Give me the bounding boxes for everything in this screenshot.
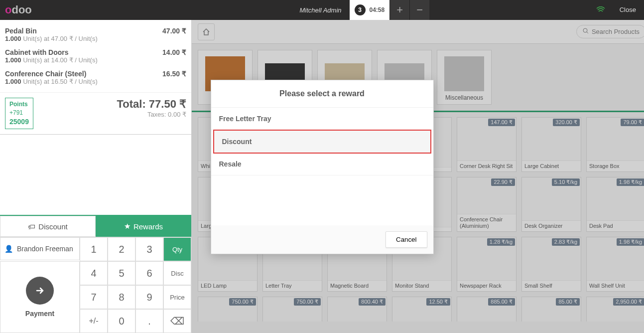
reward-option-free-letter-tray[interactable]: Free Letter Tray: [211, 108, 433, 130]
cancel-button[interactable]: Cancel: [386, 231, 427, 248]
reward-option-resale[interactable]: Resale: [211, 153, 433, 175]
modal-footer: Cancel: [211, 225, 433, 254]
modal-title: Please select a reward: [211, 80, 433, 108]
reward-modal: Please select a reward Free Letter Tray …: [211, 80, 434, 254]
reward-option-discount[interactable]: Discount: [213, 130, 431, 154]
modal-backdrop[interactable]: Please select a reward Free Letter Tray …: [0, 0, 644, 333]
